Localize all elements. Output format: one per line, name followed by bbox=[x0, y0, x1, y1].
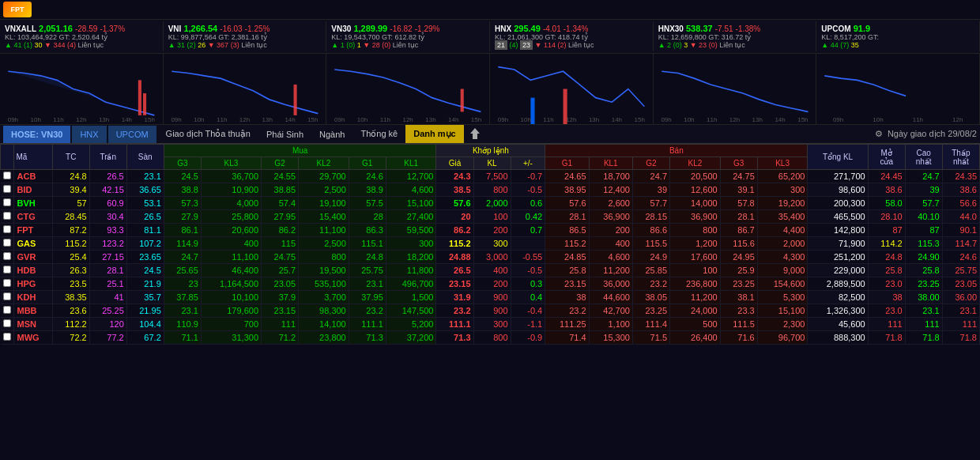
stock-thapnhat: 23.05 bbox=[942, 277, 979, 291]
stock-tran: 25.1 bbox=[89, 277, 126, 291]
table-row[interactable]: MWG 72.2 77.2 67.2 71.1 31,300 71.2 23,8… bbox=[1, 331, 980, 345]
row-checkbox[interactable] bbox=[1, 304, 14, 318]
ticker-vni[interactable]: VNI 1,266.54 -16.03 -1.25% KL: 99,877,56… bbox=[164, 21, 327, 51]
chart-hnx[interactable]: 09h10h11h12h13h14h15h bbox=[490, 54, 654, 124]
stock-tran: 30.4 bbox=[89, 210, 126, 224]
stock-mua-g1: 37.95 bbox=[349, 291, 386, 304]
stock-mua-kl3: 25,800 bbox=[201, 210, 261, 224]
stock-san: 36.65 bbox=[126, 183, 164, 197]
stock-ban-g1: 28.1 bbox=[545, 210, 589, 224]
ticker-upcom[interactable]: UPCOM 91.9 KL: 8,517,200 GT: ▲ 44 (7) 35 bbox=[816, 21, 980, 51]
stock-symbol[interactable]: MBB bbox=[13, 304, 52, 318]
trade-date: Ngày giao dịch 29/08/2 bbox=[888, 129, 977, 139]
tab-danh-muc[interactable]: Danh mục bbox=[405, 125, 463, 143]
row-checkbox[interactable] bbox=[1, 224, 14, 237]
chart-upcom[interactable]: 09h10h11h12h bbox=[816, 54, 980, 124]
row-checkbox[interactable] bbox=[1, 291, 14, 304]
tab-upcom[interactable]: UPCOM bbox=[108, 126, 156, 143]
ticker-hnx[interactable]: HNX 295.49 -4.01 -1.34% KL: 21,061,300 G… bbox=[490, 21, 654, 51]
stock-ban-g1: 25.8 bbox=[545, 264, 589, 277]
table-row[interactable]: GAS 115.2 123.2 107.2 114.9 400 115 2,50… bbox=[1, 237, 980, 251]
stock-table-container: Mã TC Trần Sàn Mua Khớp lệnh Bán Tổng KL… bbox=[0, 144, 980, 389]
stock-ban-kl1: 15,300 bbox=[589, 331, 632, 345]
row-checkbox[interactable] bbox=[1, 183, 14, 197]
stock-tongkl: 229,000 bbox=[808, 264, 868, 277]
row-checkbox[interactable] bbox=[1, 251, 14, 264]
ticker-vnxall[interactable]: VNXALL 2,051.16 -28.59 -1.37% KL: 103,46… bbox=[0, 21, 164, 51]
stock-mua-g3: 86.1 bbox=[164, 224, 201, 237]
stock-symbol[interactable]: HDB bbox=[13, 264, 52, 277]
row-checkbox[interactable] bbox=[1, 264, 14, 277]
tab-thong-ke[interactable]: Thống kê bbox=[352, 125, 405, 143]
stock-mua-g3: 24.7 bbox=[164, 251, 201, 264]
ticker-vn30[interactable]: VN30 1,289.99 -16.82 -1.29% KL: 19,543,7… bbox=[326, 21, 490, 51]
stock-tran: 28.1 bbox=[89, 264, 126, 277]
stock-mocua: 24.8 bbox=[868, 251, 905, 264]
stock-tc: 115.2 bbox=[52, 237, 89, 251]
row-checkbox[interactable] bbox=[1, 197, 14, 210]
ticker-hnx30[interactable]: HNX30 538.37 -7.51 -1.38% KL: 12,659,800… bbox=[654, 21, 817, 51]
stock-mua-kl3: 31,300 bbox=[201, 331, 261, 345]
row-checkbox[interactable] bbox=[1, 277, 14, 291]
stock-symbol[interactable]: FPT bbox=[13, 224, 52, 237]
stock-khop-cl: -0.9 bbox=[511, 331, 545, 345]
table-row[interactable]: KDH 38.35 41 35.7 37.85 10,100 37.9 3,70… bbox=[1, 291, 980, 304]
stock-symbol[interactable]: MWG bbox=[13, 331, 52, 345]
row-checkbox[interactable] bbox=[1, 237, 14, 251]
chart-hnx30[interactable]: 09h10h11h12h13h14h15h bbox=[654, 54, 817, 124]
stock-ban-g2: 111.4 bbox=[632, 318, 669, 331]
table-row[interactable]: MSN 112.2 120 104.4 110.9 700 111 14,100… bbox=[1, 318, 980, 331]
stock-san: 21.9 bbox=[126, 277, 164, 291]
row-checkbox[interactable] bbox=[1, 210, 14, 224]
stock-table: Mã TC Trần Sàn Mua Khớp lệnh Bán Tổng KL… bbox=[0, 144, 980, 345]
table-row[interactable]: BID 39.4 42.15 36.65 38.8 10,900 38.85 2… bbox=[1, 183, 980, 197]
tab-hose-vn30[interactable]: HOSE: VN30 bbox=[3, 126, 70, 143]
table-row[interactable]: HDB 26.3 28.1 24.5 25.65 46,400 25.7 19,… bbox=[1, 264, 980, 277]
settings-icon[interactable]: ⚙ bbox=[875, 129, 883, 139]
stock-symbol[interactable]: BID bbox=[13, 183, 52, 197]
tab-nganh[interactable]: Ngành bbox=[311, 126, 352, 143]
col-tc-header: TC bbox=[52, 145, 89, 170]
stock-khop-cl: -0.4 bbox=[511, 304, 545, 318]
stock-mocua: 38 bbox=[868, 291, 905, 304]
stock-ban-kl1: 11,200 bbox=[589, 264, 632, 277]
stock-symbol[interactable]: GAS bbox=[13, 237, 52, 251]
row-checkbox[interactable] bbox=[1, 331, 14, 345]
stock-symbol[interactable]: HPG bbox=[13, 277, 52, 291]
stock-symbol[interactable]: GVR bbox=[13, 251, 52, 264]
stock-ban-kl1: 36,000 bbox=[589, 277, 632, 291]
ticker-bar: VNXALL 2,051.16 -28.59 -1.37% KL: 103,46… bbox=[0, 20, 980, 54]
chart-vn30[interactable]: 09h10h11h12h13h14h15h bbox=[326, 54, 490, 124]
stock-mua-g1: 24.6 bbox=[349, 170, 386, 183]
table-row[interactable]: MBB 23.6 25.25 21.95 23.1 179,600 23.15 … bbox=[1, 304, 980, 318]
stock-mua-kl3: 179,600 bbox=[201, 304, 261, 318]
table-row[interactable]: FPT 87.2 93.3 81.1 86.1 20,600 86.2 11,1… bbox=[1, 224, 980, 237]
tab-phai-sinh[interactable]: Phái Sinh bbox=[258, 126, 311, 143]
stock-tc: 25.4 bbox=[52, 251, 89, 264]
chart-vni[interactable]: 09h10h11h12h13h14h15h bbox=[164, 54, 327, 124]
stock-symbol[interactable]: CTG bbox=[13, 210, 52, 224]
stock-khop-gia: 31.9 bbox=[436, 291, 473, 304]
tab-hnx[interactable]: HNX bbox=[72, 126, 106, 143]
stock-thapnhat: 25.75 bbox=[942, 264, 979, 277]
tab-giao-dich-thoa-thuan[interactable]: Giao dịch Thỏa thuận bbox=[158, 125, 258, 143]
stock-mocua: 71.8 bbox=[868, 331, 905, 345]
table-row[interactable]: ACB 24.8 26.5 23.1 24.5 36,700 24.55 29,… bbox=[1, 170, 980, 183]
table-row[interactable]: HPG 23.5 25.1 21.9 23 1,164,500 23.05 53… bbox=[1, 277, 980, 291]
row-checkbox[interactable] bbox=[1, 170, 14, 183]
stock-mua-kl3: 20,600 bbox=[201, 224, 261, 237]
table-row[interactable]: CTG 28.45 30.4 26.5 27.9 25,800 27.95 15… bbox=[1, 210, 980, 224]
stock-symbol[interactable]: BVH bbox=[13, 197, 52, 210]
stock-symbol[interactable]: ACB bbox=[13, 170, 52, 183]
stock-ban-kl3: 96,700 bbox=[757, 331, 808, 345]
chart-vnxall[interactable]: 09h10h11h12h13h14h15h bbox=[0, 54, 164, 124]
stock-mua-g3: 110.9 bbox=[164, 318, 201, 331]
stock-symbol[interactable]: KDH bbox=[13, 291, 52, 304]
stock-ban-g2: 25.85 bbox=[632, 264, 669, 277]
table-row[interactable]: BVH 57 60.9 53.1 57.3 4,000 57.4 19,100 … bbox=[1, 197, 980, 210]
stock-symbol[interactable]: MSN bbox=[13, 318, 52, 331]
upload-icon[interactable] bbox=[467, 126, 483, 143]
stock-mua-kl1: 496,700 bbox=[386, 277, 436, 291]
table-row[interactable]: GVR 25.4 27.15 23.65 24.7 11,100 24.75 8… bbox=[1, 251, 980, 264]
row-checkbox[interactable] bbox=[1, 318, 14, 331]
